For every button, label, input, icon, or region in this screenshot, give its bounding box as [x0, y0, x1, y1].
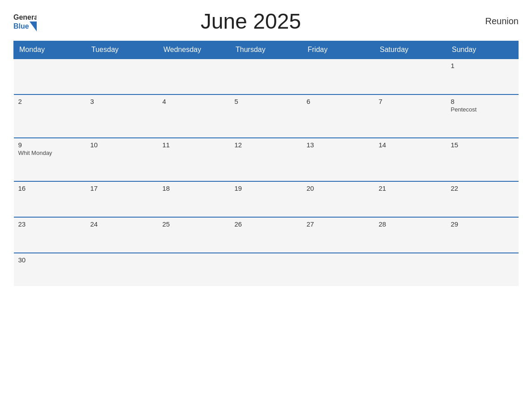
calendar-day-cell: 29: [446, 217, 519, 253]
day-number: 3: [90, 98, 154, 105]
calendar-day-cell: [446, 253, 519, 286]
calendar-day-cell: 24: [86, 217, 158, 253]
calendar-day-cell: [158, 253, 230, 286]
header-wednesday: Wednesday: [158, 41, 230, 59]
day-number: 29: [451, 220, 514, 228]
calendar-day-cell: 18: [158, 181, 230, 217]
calendar-day-cell: 9Whit Monday: [14, 138, 86, 181]
header-monday: Monday: [14, 41, 86, 59]
calendar-page: General Blue June 2025 Reunion Monday Tu…: [0, 0, 532, 411]
header-tuesday: Tuesday: [86, 41, 158, 59]
day-event: Whit Monday: [18, 150, 82, 156]
calendar-day-cell: 12: [230, 138, 302, 181]
calendar-day-cell: [14, 59, 86, 94]
calendar-day-cell: 1: [446, 59, 519, 94]
calendar-table: Monday Tuesday Wednesday Thursday Friday…: [13, 41, 519, 286]
calendar-day-cell: [230, 253, 302, 286]
logo: General Blue: [13, 12, 37, 31]
calendar-day-cell: 21: [374, 181, 446, 217]
calendar-day-cell: 10: [86, 138, 158, 181]
day-number: 10: [90, 141, 154, 149]
calendar-day-cell: 19: [230, 181, 302, 217]
logo-icon: General Blue: [13, 12, 37, 31]
day-number: 27: [307, 220, 370, 228]
day-event: Pentecost: [451, 106, 514, 113]
calendar-week-row: 23242526272829: [14, 217, 519, 253]
day-number: 16: [18, 184, 82, 192]
region-label: Reunion: [465, 16, 519, 26]
day-number: 30: [18, 256, 82, 264]
day-number: 21: [379, 184, 442, 192]
day-number: 8: [451, 98, 514, 105]
calendar-day-cell: 16: [14, 181, 86, 217]
day-number: 23: [18, 220, 82, 228]
calendar-day-cell: [374, 253, 446, 286]
calendar-title: June 2025: [37, 9, 465, 34]
svg-text:Blue: Blue: [13, 22, 29, 30]
day-number: 24: [90, 220, 154, 228]
calendar-day-cell: [86, 59, 158, 94]
calendar-day-cell: 3: [86, 94, 158, 138]
day-number: 7: [379, 98, 442, 105]
header: General Blue June 2025 Reunion: [13, 9, 519, 34]
calendar-day-cell: [230, 59, 302, 94]
day-number: 1: [451, 62, 514, 69]
day-number: 20: [307, 184, 370, 192]
calendar-day-cell: 6: [302, 94, 374, 138]
day-number: 2: [18, 98, 82, 105]
calendar-day-cell: [86, 253, 158, 286]
day-number: 22: [451, 184, 514, 192]
day-number: 14: [379, 141, 442, 149]
calendar-day-cell: 28: [374, 217, 446, 253]
calendar-day-cell: 13: [302, 138, 374, 181]
calendar-day-cell: 27: [302, 217, 374, 253]
header-friday: Friday: [302, 41, 374, 59]
calendar-day-cell: 22: [446, 181, 519, 217]
header-saturday: Saturday: [374, 41, 446, 59]
calendar-day-cell: [158, 59, 230, 94]
calendar-day-cell: 14: [374, 138, 446, 181]
calendar-day-cell: [302, 59, 374, 94]
calendar-day-cell: 17: [86, 181, 158, 217]
calendar-day-cell: 25: [158, 217, 230, 253]
day-number: 6: [307, 98, 370, 105]
calendar-day-cell: 8Pentecost: [446, 94, 519, 138]
day-number: 17: [90, 184, 154, 192]
day-number: 26: [235, 220, 298, 228]
day-number: 15: [451, 141, 514, 149]
day-number: 9: [18, 141, 82, 149]
day-number: 18: [163, 184, 226, 192]
day-number: 13: [307, 141, 370, 149]
calendar-day-cell: 26: [230, 217, 302, 253]
day-number: 5: [235, 98, 298, 105]
svg-text:General: General: [13, 13, 37, 21]
calendar-week-row: 2345678Pentecost: [14, 94, 519, 138]
calendar-day-cell: [302, 253, 374, 286]
calendar-day-cell: 23: [14, 217, 86, 253]
calendar-day-cell: 2: [14, 94, 86, 138]
calendar-day-cell: 15: [446, 138, 519, 181]
calendar-day-cell: 20: [302, 181, 374, 217]
day-number: 11: [163, 141, 226, 149]
header-sunday: Sunday: [446, 41, 519, 59]
calendar-day-cell: 4: [158, 94, 230, 138]
weekday-header-row: Monday Tuesday Wednesday Thursday Friday…: [14, 41, 519, 59]
calendar-week-row: 1: [14, 59, 519, 94]
day-number: 19: [235, 184, 298, 192]
day-number: 28: [379, 220, 442, 228]
svg-marker-1: [30, 21, 37, 31]
calendar-week-row: 9Whit Monday101112131415: [14, 138, 519, 181]
day-number: 25: [163, 220, 226, 228]
calendar-week-row: 30: [14, 253, 519, 286]
calendar-day-cell: 11: [158, 138, 230, 181]
calendar-day-cell: 30: [14, 253, 86, 286]
header-thursday: Thursday: [230, 41, 302, 59]
calendar-week-row: 16171819202122: [14, 181, 519, 217]
day-number: 4: [163, 98, 226, 105]
calendar-day-cell: [374, 59, 446, 94]
calendar-day-cell: 5: [230, 94, 302, 138]
calendar-day-cell: 7: [374, 94, 446, 138]
day-number: 12: [235, 141, 298, 149]
